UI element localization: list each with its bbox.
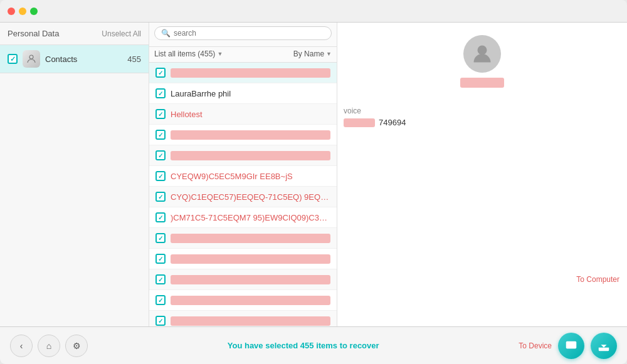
- row-checkbox[interactable]: [155, 130, 166, 140]
- contacts-checkbox[interactable]: [8, 54, 18, 64]
- table-row[interactable]: LauraBarrhe phil: [149, 83, 337, 104]
- to-device-label[interactable]: To Device: [519, 341, 552, 350]
- contact-name: LauraBarrhe phil: [171, 89, 330, 98]
- table-row[interactable]: [149, 63, 337, 83]
- row-checkbox[interactable]: [155, 150, 166, 160]
- by-name-button[interactable]: By Name ▼: [293, 49, 332, 58]
- to-device-button[interactable]: [558, 333, 584, 359]
- row-checkbox[interactable]: [155, 233, 166, 243]
- contacts-label: Contacts: [45, 55, 122, 64]
- to-computer-button[interactable]: [591, 333, 617, 359]
- action-buttons: To Device: [519, 333, 617, 359]
- svg-rect-2: [566, 341, 577, 348]
- contact-name: [171, 68, 330, 78]
- contact-name: [171, 254, 330, 264]
- detail-phone: 749694: [344, 118, 621, 127]
- table-row[interactable]: [149, 249, 337, 269]
- search-box[interactable]: 🔍: [154, 26, 332, 40]
- contact-name: [171, 316, 330, 326]
- table-row[interactable]: CYQ)C1EQEC57)EEQEQ-71C5EQ) 9EQ+9KQ)C;...: [149, 187, 337, 207]
- row-checkbox[interactable]: [155, 274, 166, 284]
- list-controls: List all items (455) ▼ By Name ▼: [149, 47, 337, 63]
- detail-pane: voice 749694 To Computer: [337, 23, 627, 326]
- minimize-button[interactable]: [19, 8, 26, 15]
- contacts-icon: [23, 50, 40, 68]
- close-button[interactable]: [8, 8, 15, 15]
- contact-name: [171, 275, 330, 284]
- row-checkbox[interactable]: [155, 88, 166, 98]
- row-checkbox[interactable]: [155, 171, 166, 181]
- sidebar: Personal Data Unselect All Contacts 455: [0, 23, 149, 326]
- contact-name: [171, 234, 330, 243]
- list-toolbar: 🔍: [149, 23, 337, 47]
- detail-contact-name: [460, 78, 504, 88]
- back-button[interactable]: ‹: [10, 335, 33, 357]
- sidebar-item-contacts[interactable]: Contacts 455: [0, 45, 149, 73]
- main-content: Personal Data Unselect All Contacts 455 …: [0, 23, 627, 326]
- unselect-all-button[interactable]: Unselect All: [102, 29, 141, 38]
- avatar: [463, 35, 501, 73]
- search-input[interactable]: [174, 29, 325, 38]
- row-checkbox[interactable]: [155, 109, 166, 119]
- table-row[interactable]: CYEQW9)C5EC5M9GIr EE8B~jS: [149, 166, 337, 187]
- table-row[interactable]: Hellotest: [149, 104, 337, 125]
- table-row[interactable]: [149, 125, 337, 145]
- settings-button[interactable]: ⚙: [65, 335, 88, 357]
- row-checkbox[interactable]: [155, 316, 166, 326]
- maximize-button[interactable]: [30, 8, 38, 15]
- svg-point-1: [478, 46, 487, 55]
- table-row[interactable]: [149, 145, 337, 166]
- table-row[interactable]: [149, 290, 337, 311]
- contact-name: [171, 130, 330, 140]
- home-button[interactable]: ⌂: [38, 335, 60, 357]
- search-icon: 🔍: [161, 29, 171, 38]
- table-row[interactable]: )CM71C5-71C5EQM7 95)EW9CIQ09)C3QKQ): [149, 207, 337, 228]
- phone-suffix: 749694: [379, 118, 406, 127]
- contact-name: )CM71C5-71C5EQM7 95)EW9CIQ09)C3QKQ): [171, 213, 330, 222]
- row-checkbox[interactable]: [155, 295, 166, 305]
- list-all-dropdown-arrow: ▼: [217, 51, 223, 57]
- contact-name: [171, 151, 330, 160]
- contact-name: CYQ)C1EQEC57)EEQEQ-71C5EQ) 9EQ+9KQ)C;...: [171, 192, 330, 202]
- bottom-bar: ‹ ⌂ ⚙ You have selected 455 items to rec…: [0, 326, 627, 364]
- row-checkbox[interactable]: [155, 212, 166, 222]
- traffic-lights: [8, 8, 38, 15]
- to-computer-link[interactable]: To Computer: [576, 275, 619, 284]
- sidebar-header: Personal Data Unselect All: [0, 23, 149, 45]
- contacts-scroll[interactable]: LauraBarrhe phil Hellotest: [149, 63, 337, 326]
- nav-buttons: ‹ ⌂ ⚙: [10, 335, 88, 357]
- table-row[interactable]: [149, 228, 337, 249]
- sidebar-title: Personal Data: [8, 29, 59, 38]
- by-name-dropdown-arrow: ▼: [326, 51, 332, 57]
- contact-name: Hellotest: [171, 110, 330, 119]
- svg-point-0: [29, 55, 33, 59]
- table-row[interactable]: [149, 269, 337, 290]
- table-row[interactable]: [149, 311, 337, 326]
- row-checkbox[interactable]: [155, 192, 166, 202]
- phone-blurred: [344, 118, 375, 127]
- contact-name: [171, 296, 330, 305]
- title-bar: [0, 0, 627, 23]
- contacts-count: 455: [127, 55, 141, 64]
- contact-list: 🔍 List all items (455) ▼ By Name ▼: [149, 23, 337, 326]
- detail-section: voice 749694: [337, 107, 627, 127]
- list-all-button[interactable]: List all items (455) ▼: [154, 49, 223, 58]
- row-checkbox[interactable]: [155, 68, 166, 78]
- voice-label: voice: [344, 107, 621, 115]
- contact-name: CYEQW9)C5EC5M9GIr EE8B~jS: [171, 172, 330, 181]
- row-checkbox[interactable]: [155, 254, 166, 264]
- status-text: You have selected 455 items to recover: [228, 341, 379, 350]
